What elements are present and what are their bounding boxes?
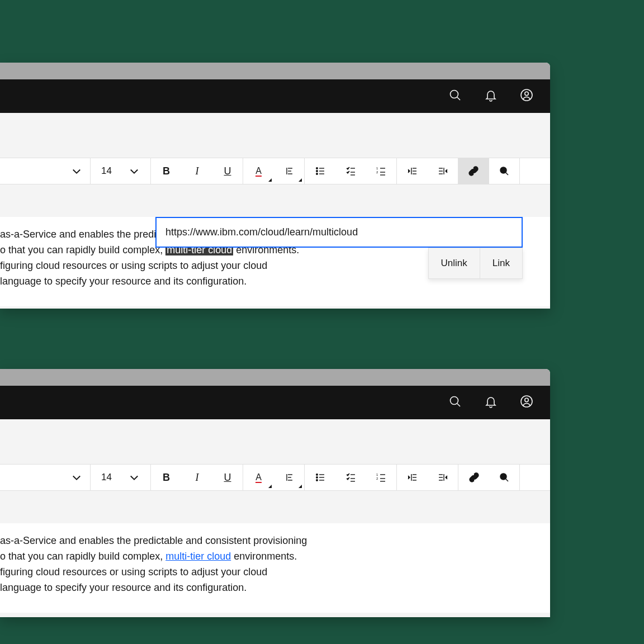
- svg-point-8: [316, 168, 318, 169]
- svg-line-63: [506, 479, 509, 482]
- window-link-result: 14 B I U A 12 as-a-Service and enables t…: [0, 369, 550, 617]
- svg-point-62: [500, 473, 506, 480]
- text-color-button[interactable]: A: [243, 465, 274, 490]
- bullet-list-button[interactable]: [305, 158, 335, 184]
- svg-point-40: [316, 474, 318, 476]
- svg-point-30: [500, 167, 506, 173]
- editor-content[interactable]: as-a-Service and enables the predictable…: [0, 523, 550, 613]
- svg-point-0: [451, 91, 458, 98]
- svg-point-42: [316, 480, 318, 481]
- editor-toolbar: 14 B I U A 12: [0, 464, 550, 491]
- search-icon[interactable]: [448, 88, 462, 104]
- font-size-value: 14: [101, 472, 112, 483]
- outdent-button[interactable]: [428, 465, 458, 490]
- svg-point-3: [525, 92, 528, 95]
- underline-button[interactable]: U: [212, 465, 243, 490]
- align-button[interactable]: [274, 158, 305, 184]
- body-line: as-a-Service and enables the predictable…: [0, 533, 550, 549]
- font-size-dropdown[interactable]: 14: [91, 158, 151, 184]
- app-header: [0, 386, 550, 419]
- align-button[interactable]: [274, 465, 305, 490]
- editor-content[interactable]: as-a-Service and enables the predictable…: [0, 217, 550, 306]
- indent-button[interactable]: [397, 465, 428, 490]
- numbered-list-button[interactable]: 12: [366, 465, 397, 490]
- text-color-button[interactable]: A: [243, 158, 274, 184]
- outdent-button[interactable]: [428, 158, 458, 184]
- link-popover: Unlink Link: [155, 217, 523, 248]
- svg-text:2: 2: [376, 477, 378, 480]
- svg-point-35: [525, 398, 528, 401]
- bullet-list-button[interactable]: [305, 465, 335, 490]
- link-button[interactable]: [458, 465, 489, 490]
- body-line: figuring cloud resources or using script…: [0, 565, 550, 580]
- svg-line-1: [457, 97, 460, 100]
- indent-button[interactable]: [397, 158, 428, 184]
- font-dropdown[interactable]: [0, 465, 91, 490]
- editor-toolbar: 14 B I U A 12: [0, 158, 550, 184]
- svg-point-9: [316, 171, 318, 172]
- notification-icon[interactable]: [484, 395, 498, 410]
- link-url-input[interactable]: [155, 217, 523, 248]
- svg-point-32: [451, 397, 458, 405]
- numbered-list-button[interactable]: 12: [366, 158, 397, 184]
- notification-icon[interactable]: [484, 88, 498, 104]
- italic-button[interactable]: I: [182, 465, 212, 490]
- italic-button[interactable]: I: [182, 158, 212, 184]
- check-list-button[interactable]: [335, 158, 366, 184]
- font-size-value: 14: [101, 165, 112, 177]
- svg-text:1: 1: [376, 473, 378, 476]
- svg-point-41: [316, 477, 318, 479]
- window-titlebar: [0, 369, 550, 386]
- app-header: [0, 79, 550, 113]
- find-button[interactable]: [489, 465, 520, 490]
- font-dropdown[interactable]: [0, 158, 91, 184]
- unlink-button[interactable]: Unlink: [429, 248, 480, 278]
- find-button[interactable]: [489, 158, 520, 184]
- link-actions: Unlink Link: [428, 248, 523, 279]
- font-size-dropdown[interactable]: 14: [91, 465, 151, 490]
- inserted-link[interactable]: multi-tier cloud: [165, 551, 231, 562]
- check-list-button[interactable]: [335, 465, 366, 490]
- svg-line-33: [457, 404, 460, 406]
- body-line: language to specify your resource and it…: [0, 580, 550, 596]
- svg-line-31: [506, 173, 509, 176]
- bold-button[interactable]: B: [151, 465, 182, 490]
- svg-text:2: 2: [376, 171, 378, 174]
- user-avatar-icon[interactable]: [520, 88, 533, 104]
- window-link-editing: 14 B I U A 12 as-a-Service and enables t…: [0, 63, 550, 309]
- svg-text:1: 1: [376, 167, 378, 170]
- svg-point-10: [316, 173, 318, 175]
- link-button-confirm[interactable]: Link: [480, 248, 522, 278]
- search-icon[interactable]: [448, 395, 462, 410]
- bold-button[interactable]: B: [151, 158, 182, 184]
- underline-button[interactable]: U: [212, 158, 243, 184]
- user-avatar-icon[interactable]: [520, 395, 533, 410]
- window-titlebar: [0, 63, 550, 79]
- body-line: o that you can rapidly build complex, mu…: [0, 549, 550, 565]
- link-button[interactable]: [458, 158, 489, 184]
